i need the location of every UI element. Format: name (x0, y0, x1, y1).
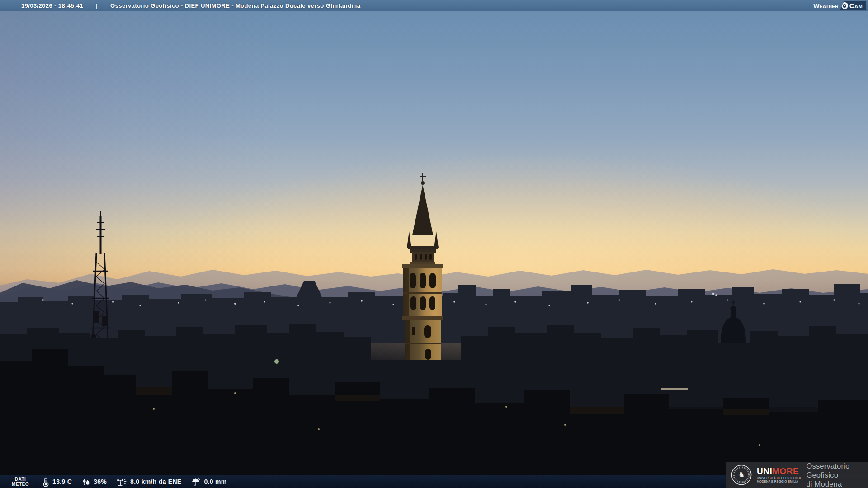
ghirlandina-tower (402, 173, 443, 371)
separator: | (96, 2, 98, 9)
brand-sub-line2: MODENA E REGGIO EMILIA (757, 480, 801, 483)
weathercam-block: Cam (840, 1, 866, 10)
unimore-logo-box[interactable]: ♞ 1175 UNIMORE UNIVERSITÀ DEGLI STUDI DI… (726, 462, 868, 488)
brand-more: MORE (772, 466, 799, 476)
top-bar: 19/03/2026 - 18:45:41 | Osservatorio Geo… (0, 0, 868, 11)
rain-value: 0.0 mm (204, 478, 226, 485)
unimore-wordmark: UNIMORE UNIVERSITÀ DEGLI STUDI DI MODENA… (757, 467, 801, 483)
page-title: Osservatorio Geofisico - DIEF UNIMORE - … (110, 2, 360, 9)
unimore-seal-icon: ♞ 1175 (731, 464, 752, 486)
humidity-value: 36% (94, 478, 107, 485)
datetime-label: 19/03/2026 - 18:45:41 (21, 2, 83, 9)
humidity-drops-icon (82, 478, 90, 486)
brand-uni: UNI (757, 466, 772, 476)
clock-face-light (274, 359, 279, 364)
lit-rooftop (661, 388, 688, 390)
observatory-name-line1: Osservatorio Geofisico (806, 461, 863, 479)
seal-horse-glyph: ♞ (738, 470, 745, 479)
temperature-reading: 13.9 C (42, 477, 72, 487)
weathercam-cam-word: Cam (849, 2, 863, 9)
observatory-name: Osservatorio Geofisico di Modena (806, 461, 863, 488)
camera-lens-icon (841, 2, 848, 9)
seal-year: 1175 (739, 481, 744, 483)
weathercam-word: Weather (813, 2, 839, 9)
rain-reading: 0.0 mm (191, 477, 226, 486)
thermometer-icon (42, 477, 49, 487)
brand-sub-line1: UNIVERSITÀ DEGLI STUDI DI (757, 476, 801, 480)
anemometer-icon (117, 477, 127, 486)
webcam-page: 19/03/2026 - 18:45:41 | Osservatorio Geo… (0, 0, 868, 488)
weathercam-logo[interactable]: Weather Cam (813, 1, 866, 10)
webcam-view (0, 11, 868, 488)
umbrella-rain-icon (191, 477, 201, 486)
dati-meteo-label: DATI METEO (12, 477, 29, 487)
wind-value: 8.0 km/h da ENE (130, 478, 181, 485)
observatory-name-line2: di Modena (806, 479, 863, 488)
temperature-value: 13.9 C (52, 478, 72, 485)
wind-reading: 8.0 km/h da ENE (117, 477, 181, 486)
city-silhouette (0, 0, 868, 488)
humidity-reading: 36% (82, 478, 107, 486)
